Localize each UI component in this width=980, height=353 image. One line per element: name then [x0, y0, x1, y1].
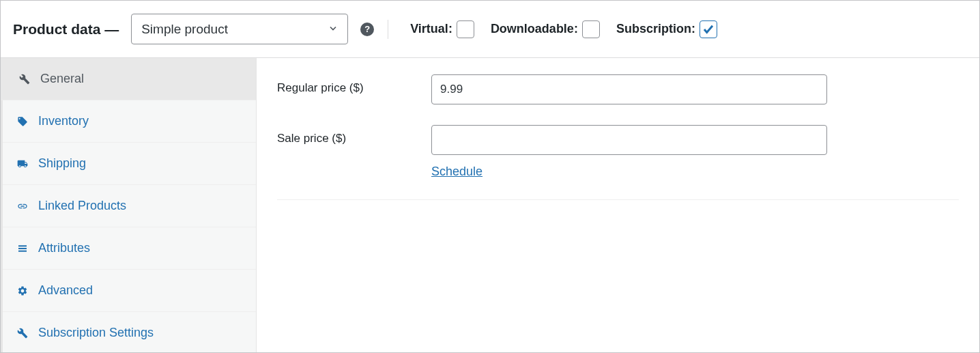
sale-price-row: Sale price ($) Schedule [277, 125, 959, 179]
sidebar-item-label: Linked Products [38, 199, 126, 213]
truck-icon [16, 158, 29, 170]
panel-body: GeneralInventoryShippingLinked ProductsA… [1, 58, 979, 352]
link-icon [16, 200, 29, 212]
product-type-select[interactable]: Simple product [131, 14, 348, 44]
schedule-link[interactable]: Schedule [431, 165, 482, 179]
sale-price-control: Schedule [431, 125, 827, 179]
content-divider [277, 199, 959, 200]
virtual-label: Virtual: [410, 22, 452, 36]
regular-price-row: Regular price ($) [277, 74, 959, 104]
help-icon[interactable]: ? [360, 23, 374, 36]
sidebar-item-subscription_settings[interactable]: Subscription Settings [3, 312, 256, 353]
tag-icon [16, 115, 29, 128]
sidebar-item-label: General [40, 72, 84, 86]
sidebar-item-label: Attributes [38, 241, 90, 255]
sidebar-item-inventory[interactable]: Inventory [3, 100, 256, 143]
sidebar-item-attributes[interactable]: Attributes [3, 227, 256, 270]
regular-price-input[interactable] [431, 74, 827, 104]
downloadable-label: Downloadable: [491, 22, 578, 36]
regular-price-label: Regular price ($) [277, 74, 431, 95]
sidebar-item-label: Subscription Settings [38, 326, 154, 340]
subscription-label: Subscription: [616, 22, 695, 36]
regular-price-control [431, 74, 827, 104]
product-type-select-wrap: Simple product [131, 14, 348, 44]
sidebar-item-label: Inventory [38, 114, 89, 128]
list-icon [16, 242, 29, 255]
subscription-checkbox[interactable] [700, 20, 717, 38]
downloadable-option: Downloadable: [491, 20, 600, 38]
panel-title: Product data — [13, 21, 119, 38]
sidebar-item-label: Shipping [38, 156, 86, 171]
wrench-icon [16, 327, 29, 339]
sidebar-item-general[interactable]: General [1, 58, 256, 100]
sidebar-item-label: Advanced [38, 283, 93, 298]
sidebar: GeneralInventoryShippingLinked ProductsA… [1, 58, 257, 352]
sidebar-item-shipping[interactable]: Shipping [3, 143, 256, 185]
content-area: Regular price ($) Sale price ($) Schedul… [257, 58, 979, 352]
sale-price-label: Sale price ($) [277, 125, 431, 145]
virtual-checkbox[interactable] [457, 20, 474, 38]
sidebar-item-linked[interactable]: Linked Products [3, 185, 256, 227]
panel-header: Product data — Simple product ? Virtual:… [1, 1, 979, 58]
wrench-icon [18, 73, 31, 85]
vertical-divider [388, 20, 388, 39]
product-data-panel: Product data — Simple product ? Virtual:… [0, 0, 980, 353]
sidebar-item-advanced[interactable]: Advanced [3, 270, 256, 312]
gear-icon [16, 285, 29, 297]
virtual-option: Virtual: [410, 20, 474, 38]
subscription-option: Subscription: [616, 20, 717, 38]
sale-price-input[interactable] [431, 125, 827, 155]
downloadable-checkbox[interactable] [582, 20, 600, 38]
